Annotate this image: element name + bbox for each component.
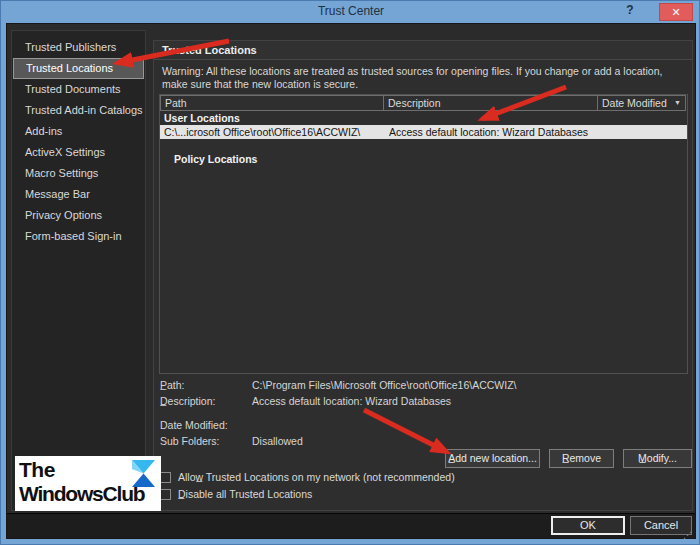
ok-button[interactable]: OK	[551, 516, 625, 535]
sidebar-item-trusted-publishers[interactable]: Trusted Publishers	[13, 37, 144, 58]
detail-sub-folders: Sub Folders:Disallowed	[160, 435, 303, 447]
locations-table[interactable]: Path Description Date Modified ▼ User Lo…	[159, 94, 688, 374]
detail-date-label: Date Modified:	[160, 419, 252, 431]
detail-subfolders-label: Sub Folders:	[160, 435, 252, 447]
window-title: Trust Center	[1, 4, 700, 18]
column-header-description[interactable]: Description	[383, 95, 598, 111]
trust-center-window: Trust Center ? ✕ Trusted Publishers Trus…	[0, 0, 700, 545]
detail-subfolders-value: Disallowed	[252, 435, 303, 447]
remove-button[interactable]: R̲emove	[549, 449, 614, 468]
sidebar-item-trusted-addin-catalogs[interactable]: Trusted Add-in Catalogs	[13, 100, 144, 121]
disable-all-checkbox[interactable]	[160, 489, 171, 500]
sidebar-item-privacy-options[interactable]: Privacy Options	[13, 205, 144, 226]
resize-grip[interactable]: ⋰	[683, 530, 692, 540]
sidebar-item-activex-settings[interactable]: ActiveX Settings	[13, 142, 144, 163]
help-icon[interactable]: ?	[621, 3, 639, 21]
titlebar[interactable]: Trust Center ? ✕	[1, 1, 700, 23]
section-title: Trusted Locations	[154, 41, 692, 60]
table-header-row: Path Description Date Modified ▼	[160, 95, 687, 111]
column-header-date-label: Date Modified	[602, 97, 667, 110]
detail-description: D̲escription:Access default location: Wi…	[160, 395, 451, 407]
row-path-cell: C:\...icrosoft Office\root\Office16\ACCW…	[160, 126, 384, 138]
detail-description-label: D̲escription:	[160, 395, 252, 407]
allow-network-checkbox[interactable]	[160, 472, 171, 483]
allow-network-checkbox-row[interactable]: Allow̲ Trusted Locations on my network (…	[160, 471, 455, 483]
detail-description-value: Access default location: Wizard Database…	[252, 395, 451, 407]
thewindowsclub-logo: The WindowsClub	[15, 456, 161, 511]
close-icon: ✕	[671, 6, 680, 18]
logo-diamond-icon	[132, 460, 155, 487]
modify-button[interactable]: M̲odify...	[623, 449, 692, 468]
category-sidebar: Trusted Publishers Trusted Locations Tru…	[11, 30, 146, 511]
sort-caret-icon: ▼	[674, 97, 681, 110]
sidebar-item-macro-settings[interactable]: Macro Settings	[13, 163, 144, 184]
row-description-cell: Access default location: Wizard Database…	[384, 126, 588, 138]
sidebar-item-message-bar[interactable]: Message Bar	[13, 184, 144, 205]
sidebar-item-trusted-documents[interactable]: Trusted Documents	[13, 79, 144, 100]
table-row-selected[interactable]: C:\...icrosoft Office\root\Office16\ACCW…	[160, 125, 687, 139]
add-new-location-button[interactable]: A̲dd new location...	[445, 449, 540, 468]
allow-network-checkbox-label: Allow̲ Trusted Locations on my network (…	[178, 471, 455, 483]
group-header-user-locations: User Locations	[160, 111, 687, 125]
detail-path-value: C:\Program Files\Microsoft Office\root\O…	[252, 379, 517, 391]
disable-all-checkbox-row[interactable]: D̲isable all Trusted Locations	[160, 488, 312, 500]
sidebar-item-form-based-sign-in[interactable]: Form-based Sign-in	[13, 226, 144, 247]
detail-date-modified: Date Modified:	[160, 419, 252, 431]
detail-path-label: P̲ath:	[160, 379, 252, 391]
column-header-path[interactable]: Path	[160, 95, 384, 111]
trusted-locations-panel: Trusted Locations Warning: All these loc…	[153, 40, 693, 511]
close-button[interactable]: ✕	[659, 3, 693, 21]
detail-path: P̲ath:C:\Program Files\Microsoft Office\…	[160, 379, 517, 391]
sidebar-item-trusted-locations[interactable]: Trusted Locations	[13, 58, 144, 79]
disable-all-checkbox-label: D̲isable all Trusted Locations	[178, 488, 312, 500]
column-header-date-modified[interactable]: Date Modified ▼	[597, 95, 686, 111]
group-header-policy-locations: Policy Locations	[160, 152, 687, 166]
sidebar-item-add-ins[interactable]: Add-ins	[13, 121, 144, 142]
warning-text: Warning: All these locations are treated…	[162, 65, 688, 91]
